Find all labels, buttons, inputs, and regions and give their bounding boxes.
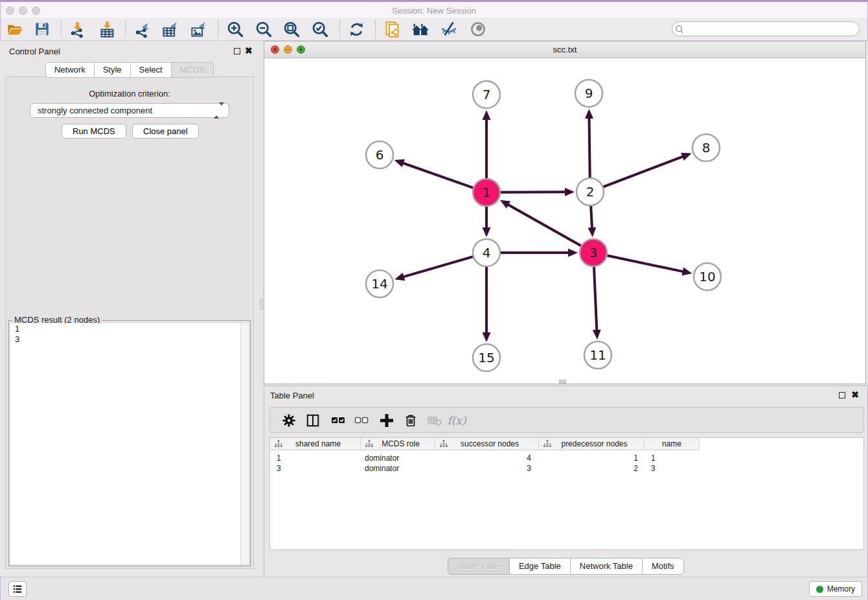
hide-selected-icon[interactable] — [438, 18, 460, 40]
tab-mcds[interactable]: MCDS — [171, 62, 214, 78]
table-row[interactable]: 3 dominator 3 2 3 — [270, 463, 700, 474]
search-input[interactable] — [687, 23, 859, 35]
import-table-icon[interactable] — [96, 18, 118, 40]
export-table-icon[interactable] — [159, 18, 181, 40]
run-mcds-button[interactable]: Run MCDS — [62, 124, 126, 139]
graph-edge-3-10[interactable] — [607, 255, 684, 271]
tab-select[interactable]: Select — [130, 62, 171, 78]
close-panel-button[interactable]: Close panel — [132, 124, 199, 139]
edge-arrowhead — [565, 188, 575, 196]
export-network-icon[interactable] — [131, 18, 153, 40]
mcds-result-item: 1 — [10, 323, 249, 334]
vertical-splitter[interactable] — [259, 41, 264, 577]
edge-arrowhead — [585, 109, 593, 119]
edge-arrowhead — [681, 268, 692, 276]
float-panel-icon[interactable] — [234, 48, 240, 54]
settings-gear-icon[interactable] — [279, 410, 299, 431]
select-all-icon[interactable] — [328, 410, 348, 431]
scrollbar[interactable] — [240, 323, 249, 564]
graph-edge-1-6[interactable] — [402, 163, 474, 188]
zoom-selected-icon[interactable] — [309, 18, 331, 40]
deselect-all-icon[interactable] — [351, 410, 372, 431]
mcds-tab-content: Optimization criterion: strongly connect… — [5, 76, 254, 569]
mcds-result-list[interactable]: 1 3 — [10, 323, 249, 564]
graph-edge-2-8[interactable] — [603, 156, 684, 187]
network-window-title: scc.txt — [264, 45, 865, 54]
attribute-icon — [543, 440, 551, 448]
search-icon — [672, 24, 687, 34]
column-header[interactable]: name — [645, 438, 700, 450]
zoom-out-icon[interactable] — [253, 18, 275, 40]
table-header-row: shared name MCDS role successor nodes pr… — [270, 438, 700, 450]
node-table[interactable]: shared name MCDS role successor nodes pr… — [269, 437, 864, 550]
cell-predecessor-nodes: 1 — [539, 453, 645, 463]
graph-edge-2-3[interactable] — [591, 205, 592, 229]
clone-network-icon[interactable] — [381, 18, 403, 40]
tab-network-table[interactable]: Network Table — [570, 558, 642, 575]
tab-style[interactable]: Style — [94, 62, 130, 78]
cell-shared-name: 3 — [270, 463, 361, 474]
attribute-icon — [275, 440, 282, 448]
function-builder-icon: f(x) — [446, 410, 467, 431]
column-header[interactable]: predecessor nodes — [539, 438, 645, 450]
network-view-window: × − + scc.txt 1234678910111415 — [264, 41, 866, 384]
node-label-8: 8 — [702, 140, 711, 156]
splitter-grip[interactable] — [559, 380, 566, 384]
graph-edge-2-9[interactable] — [589, 117, 589, 178]
tab-node-table[interactable]: Node Table — [448, 558, 509, 575]
add-column-icon[interactable] — [376, 410, 397, 431]
home-icon[interactable] — [409, 18, 431, 40]
edge-arrowhead — [394, 273, 405, 281]
column-layout-icon[interactable] — [303, 410, 323, 431]
memory-button[interactable]: Memory — [809, 581, 862, 597]
zoom-fit-icon[interactable] — [280, 18, 303, 40]
node-label-3: 3 — [589, 245, 598, 260]
search-field — [672, 21, 860, 36]
toolbar-separator — [61, 20, 62, 38]
toolbar-separator — [375, 20, 376, 38]
export-image-icon[interactable] — [187, 18, 209, 40]
edge-arrowhead — [588, 227, 596, 237]
float-panel-icon[interactable] — [839, 392, 845, 398]
network-graph[interactable]: 1234678910111415 — [264, 58, 865, 384]
tab-network[interactable]: Network — [45, 62, 94, 78]
zoom-in-icon[interactable] — [224, 18, 246, 40]
cell-successor-nodes: 3 — [435, 463, 539, 474]
edge-arrowhead — [483, 110, 491, 120]
edge-arrowhead — [568, 249, 578, 257]
cell-name: 3 — [645, 463, 700, 474]
table-row[interactable]: 1 dominator 4 1 1 — [270, 453, 700, 463]
splitter-grip[interactable] — [260, 299, 263, 310]
column-header[interactable]: shared name — [270, 438, 361, 450]
refresh-layout-icon[interactable] — [345, 18, 367, 40]
column-header[interactable]: successor nodes — [435, 438, 539, 450]
import-network-icon[interactable] — [66, 18, 88, 40]
task-history-button[interactable] — [8, 581, 27, 597]
show-all-icon[interactable] — [467, 18, 489, 40]
open-session-icon[interactable] — [4, 18, 26, 40]
edge-arrowhead — [483, 332, 491, 342]
delete-column-icon[interactable] — [400, 410, 421, 431]
list-icon — [12, 583, 23, 595]
network-window-titlebar[interactable]: × − + scc.txt — [264, 41, 865, 58]
graph-edge-4-14[interactable] — [403, 257, 474, 277]
column-header[interactable]: MCDS role — [361, 438, 435, 450]
network-canvas[interactable]: 1234678910111415 — [264, 58, 865, 384]
optimization-criterion-select[interactable]: strongly connected component — [30, 103, 229, 118]
table-panel-title: Table Panel — [270, 391, 314, 400]
save-session-icon[interactable] — [31, 18, 53, 40]
node-label-15: 15 — [478, 350, 494, 365]
cell-predecessor-nodes: 2 — [539, 463, 645, 474]
node-label-9: 9 — [585, 86, 593, 101]
close-panel-icon[interactable]: ✖ — [851, 389, 859, 400]
app-titlebar: Session: New Session — [0, 0, 868, 17]
graph-edge-1-2[interactable] — [500, 192, 566, 192]
graph-edge-3-11[interactable] — [594, 266, 597, 331]
graph-edge-3-1[interactable] — [507, 204, 581, 246]
tab-motifs[interactable]: Motifs — [642, 558, 684, 575]
tab-edge-table[interactable]: Edge Table — [509, 558, 570, 575]
edge-arrowhead — [394, 159, 405, 167]
edge-arrowhead — [483, 227, 491, 237]
close-panel-icon[interactable]: ✖ — [245, 45, 253, 56]
cell-shared-name: 1 — [270, 453, 361, 463]
